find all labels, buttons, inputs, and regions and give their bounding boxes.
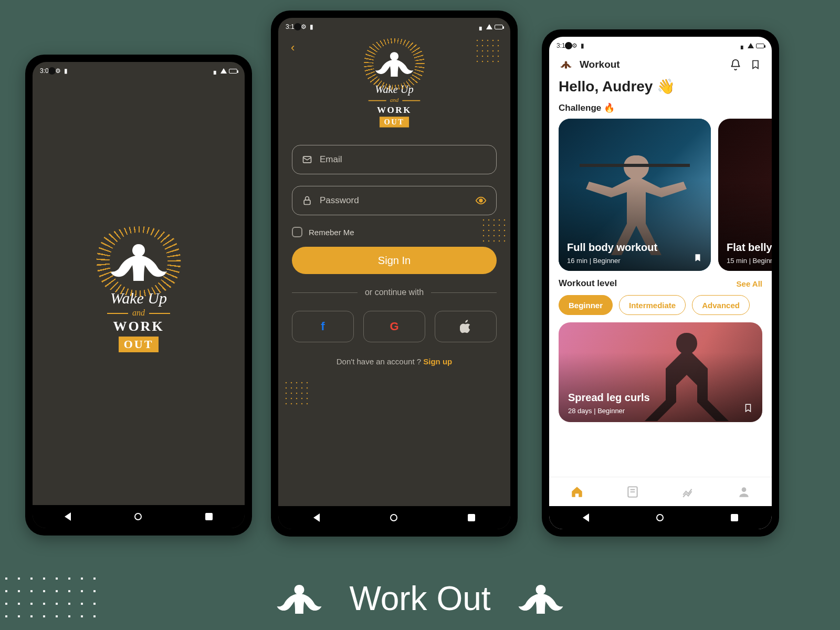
android-nav-bar (549, 506, 772, 529)
tab-stats-icon[interactable] (681, 485, 695, 499)
logo-text-work: WORK (102, 319, 175, 334)
challenge-carousel[interactable]: Full body workout 16 min | Beginner Flat… (549, 117, 772, 275)
mail-icon (302, 154, 312, 165)
email-field[interactable] (292, 145, 497, 174)
app-logo: Wake Up and WORK OUT (307, 48, 481, 127)
apple-login-button[interactable] (435, 311, 497, 342)
no-account-text: Don't have an account ? (337, 357, 423, 366)
challenge-card[interactable]: Flat belly 15 min | Beginner (718, 119, 772, 271)
muscle-logo-icon (102, 238, 175, 285)
phone-home: 3:11⚙▮ ▖ Workout Hello, Audrey 👋 Challen… (542, 29, 779, 537)
chip-intermediate[interactable]: Intermediate (619, 295, 686, 315)
nav-recents-icon[interactable] (468, 514, 475, 521)
gear-icon: ⚙ (55, 67, 61, 75)
wifi-icon: ▖ (214, 67, 218, 75)
showcase-footer: Work Out (0, 567, 840, 630)
level-label: Workout level (559, 278, 617, 289)
bookmark-icon[interactable] (743, 402, 753, 414)
status-bar: 3:09⚙▮ ▖ (33, 62, 245, 80)
muscle-logo-icon (559, 59, 573, 70)
facebook-icon: f (321, 320, 324, 333)
challenge-label: Challenge 🔥 (559, 102, 615, 113)
showcase-stage: 3:09⚙▮ ▖ Wake Up and WORK OUT (0, 0, 840, 630)
card-icon: ▮ (310, 23, 313, 30)
card-meta: 16 min | Beginner (567, 257, 702, 265)
logo-text-work: WORK (307, 104, 481, 115)
signal-icon (220, 68, 227, 74)
logo-text-and: and (102, 308, 175, 318)
muscle-icon (270, 578, 328, 620)
level-chips: Beginner Intermediate Advanced (549, 292, 772, 320)
bookmarks-button[interactable] (749, 58, 762, 71)
battery-icon (495, 25, 503, 29)
card-icon: ▮ (581, 42, 584, 49)
visibility-toggle-icon[interactable] (475, 195, 487, 206)
logo-text-out: OUT (380, 117, 409, 127)
nav-recents-icon[interactable] (731, 514, 738, 521)
top-bar: Workout (549, 55, 772, 77)
card-title: Spread leg curls (568, 392, 753, 404)
sign-in-button[interactable]: Sign In (292, 247, 497, 274)
back-button[interactable]: ‹ (291, 41, 295, 55)
phone-camera (48, 67, 56, 75)
nav-home-icon[interactable] (656, 514, 664, 521)
phone-login: 3:11⚙▮ ▖ ‹ Wake Up and WORK OUT (271, 10, 518, 537)
nav-home-icon[interactable] (390, 514, 397, 521)
apple-icon (460, 320, 471, 333)
workout-card[interactable]: Spread leg curls 28 days | Beginner (559, 322, 762, 422)
footer-title: Work Out (349, 579, 490, 618)
remember-me-row[interactable]: Remeber Me (292, 227, 497, 237)
chip-advanced[interactable]: Advanced (692, 295, 750, 315)
logo-text-out: OUT (119, 337, 159, 352)
phone-camera (294, 23, 301, 30)
muscle-icon (512, 578, 570, 620)
signup-prompt: Don't have an account ? Sign up (292, 357, 497, 366)
divider-label: or continue with (365, 288, 424, 297)
bell-icon (730, 59, 741, 70)
tab-home-icon[interactable] (570, 485, 584, 499)
card-title: Full body workout (567, 242, 702, 254)
tab-profile-icon[interactable] (737, 485, 751, 499)
app-title: Workout (580, 59, 722, 70)
battery-icon (756, 44, 764, 48)
muscle-logo-icon (370, 48, 419, 80)
remember-me-label: Remeber Me (309, 228, 354, 237)
level-section-header: Workout level See All (549, 275, 772, 292)
nav-recents-icon[interactable] (205, 513, 213, 520)
facebook-login-button[interactable]: f (292, 311, 354, 342)
card-title: Flat belly (727, 242, 772, 254)
status-bar: 3:11⚙▮ ▖ (278, 18, 510, 36)
decorative-dots (0, 572, 105, 625)
nav-home-icon[interactable] (134, 513, 142, 520)
phone-splash: 3:09⚙▮ ▖ Wake Up and WORK OUT (25, 55, 252, 536)
phone-camera (565, 42, 572, 49)
nav-back-icon[interactable] (583, 513, 589, 522)
remember-me-checkbox[interactable] (292, 227, 302, 237)
card-meta: 28 days | Beginner (568, 407, 753, 415)
logo-text-and: and (307, 97, 481, 104)
nav-back-icon[interactable] (65, 512, 71, 521)
challenge-section-header: Challenge 🔥 (549, 99, 772, 117)
svg-point-6 (742, 487, 747, 492)
social-divider: or continue with (292, 288, 497, 297)
nav-back-icon[interactable] (313, 513, 320, 522)
app-logo: Wake Up and WORK OUT (102, 238, 175, 352)
android-nav-bar (33, 505, 245, 528)
status-bar: 3:11⚙▮ ▖ (549, 37, 772, 55)
gear-icon: ⚙ (572, 42, 578, 49)
email-input[interactable] (320, 154, 487, 165)
svg-rect-1 (304, 200, 310, 204)
chip-beginner[interactable]: Beginner (559, 295, 613, 315)
password-input[interactable] (320, 195, 468, 206)
notifications-button[interactable] (729, 58, 742, 71)
sign-up-link[interactable]: Sign up (423, 357, 452, 366)
password-field[interactable] (292, 186, 497, 215)
bookmark-icon[interactable] (693, 252, 702, 264)
home-screen: 3:11⚙▮ ▖ Workout Hello, Audrey 👋 Challen… (549, 37, 772, 529)
see-all-link[interactable]: See All (737, 279, 762, 288)
challenge-card[interactable]: Full body workout 16 min | Beginner (559, 119, 711, 271)
tab-discover-icon[interactable] (626, 485, 639, 499)
google-login-button[interactable]: G (363, 311, 425, 342)
decorative-dots (284, 380, 310, 406)
gear-icon: ⚙ (301, 23, 307, 30)
